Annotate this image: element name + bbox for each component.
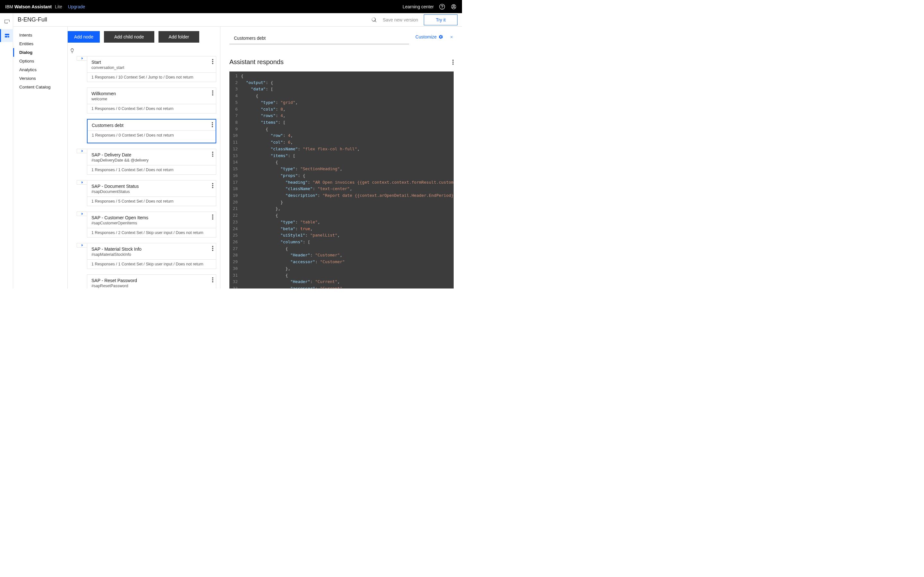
svg-point-7: [212, 90, 213, 92]
learning-center-link[interactable]: Learning center: [403, 4, 434, 9]
node-condition: #sapResetPassword: [91, 284, 206, 288]
node-card[interactable]: SAP - Customer Open Items#sapCustomerOpe…: [87, 211, 216, 237]
node-summary: 1 Responses / 0 Context Set / Does not r…: [87, 131, 216, 140]
svg-rect-3: [8, 36, 9, 37]
svg-point-24: [212, 250, 213, 251]
node-menu-icon[interactable]: [212, 152, 213, 157]
node-card[interactable]: Customers debt1 Responses / 0 Context Se…: [87, 119, 216, 143]
svg-point-28: [452, 60, 454, 61]
subnav-content-catalog[interactable]: Content Catalog: [13, 83, 67, 91]
add-node-button[interactable]: Add node: [68, 31, 100, 43]
node-title: SAP - Delivery Date: [91, 152, 206, 157]
node-menu-icon[interactable]: [212, 90, 213, 95]
node-title: Start: [91, 60, 206, 65]
node-summary: 1 Responses / 2 Context Set / Skip user …: [87, 228, 216, 237]
left-rail: [0, 13, 13, 288]
node-summary: 1 Responses / 1 Context Set / Skip user …: [87, 259, 216, 269]
subnav-versions[interactable]: Versions: [13, 74, 67, 83]
svg-rect-1: [5, 34, 9, 35]
node-menu-icon[interactable]: [212, 214, 213, 219]
svg-point-0: [442, 8, 443, 8]
svg-point-26: [212, 279, 213, 280]
search-icon[interactable]: [371, 17, 377, 23]
svg-point-18: [212, 187, 213, 188]
customize-label: Customize: [415, 34, 437, 39]
node-detail-panel: Customize Assistant responds 1{2 "output…: [220, 27, 462, 288]
node-card[interactable]: SAP - Delivery Date#sapDeliveryDate && @…: [87, 149, 216, 175]
svg-point-17: [212, 185, 213, 186]
expand-toggle[interactable]: [77, 180, 87, 185]
dialog-node[interactable]: SAP - Material Stock Info#sapMaterialSto…: [77, 243, 216, 269]
node-summary: 1 Responses / 5 Context Set / Does not r…: [87, 197, 216, 206]
svg-point-16: [212, 183, 213, 184]
subnav-options[interactable]: Options: [13, 57, 67, 65]
subnav-dialog[interactable]: Dialog: [13, 48, 67, 57]
dialog-node[interactable]: Willkommenwelcome1 Responses / 0 Context…: [77, 87, 216, 113]
svg-point-4: [212, 59, 213, 60]
node-menu-icon[interactable]: [212, 277, 213, 282]
dialog-node[interactable]: SAP - Delivery Date#sapDeliveryDate && @…: [77, 149, 216, 175]
svg-point-10: [212, 122, 213, 123]
rail-skill-icon[interactable]: [0, 29, 13, 42]
node-menu-icon[interactable]: [212, 59, 213, 64]
svg-point-8: [212, 92, 213, 93]
svg-point-21: [212, 218, 213, 219]
node-title: Willkommen: [91, 91, 206, 96]
node-condition: welcome: [91, 97, 206, 101]
subnav-entities[interactable]: Entities: [13, 39, 67, 48]
node-condition: #sapDeliveryDate && @delivery: [91, 158, 206, 163]
add-child-node-button[interactable]: Add child node: [104, 31, 154, 43]
node-menu-icon[interactable]: [212, 122, 213, 127]
subnav-intents[interactable]: Intents: [13, 31, 67, 39]
svg-point-15: [212, 155, 213, 157]
user-avatar-icon[interactable]: [451, 3, 457, 10]
expand-toggle[interactable]: [77, 211, 87, 216]
dialog-node[interactable]: SAP - Reset Password#sapResetPassword: [77, 274, 216, 288]
responds-title: Assistant responds: [229, 58, 452, 66]
dialog-node[interactable]: Customers debt1 Responses / 0 Context Se…: [77, 119, 216, 143]
node-menu-icon[interactable]: [212, 246, 213, 251]
svg-point-25: [212, 277, 213, 279]
help-icon[interactable]: [439, 3, 445, 10]
node-title: SAP - Document Status: [91, 184, 206, 189]
node-menu-icon[interactable]: [212, 183, 213, 188]
node-card[interactable]: Startconversation_start1 Responses / 10 …: [87, 56, 216, 82]
node-condition: #sapDocumentStatus: [91, 189, 206, 194]
dialog-column: Add node Add child node Add folder Start…: [68, 27, 220, 288]
node-card[interactable]: SAP - Reset Password#sapResetPassword: [87, 274, 216, 288]
node-card[interactable]: Willkommenwelcome1 Responses / 0 Context…: [87, 87, 216, 113]
svg-point-30: [452, 63, 454, 65]
node-summary: 1 Responses / 1 Context Set / Does not r…: [87, 165, 216, 174]
node-list[interactable]: Startconversation_start1 Responses / 10 …: [68, 56, 220, 288]
svg-point-13: [212, 152, 213, 153]
svg-point-5: [212, 61, 213, 62]
dialog-node[interactable]: SAP - Document Status#sapDocumentStatus1…: [77, 180, 216, 206]
save-version-link[interactable]: Save new version: [383, 17, 418, 23]
add-folder-button[interactable]: Add folder: [158, 31, 200, 43]
svg-point-11: [212, 124, 213, 125]
upgrade-link[interactable]: Upgrade: [68, 4, 86, 9]
expand-toggle[interactable]: [77, 149, 87, 153]
node-name-input[interactable]: [229, 34, 409, 44]
json-editor[interactable]: 1{2 "output": {3 "data": [4 {5 "type": "…: [229, 71, 454, 288]
svg-point-29: [452, 61, 454, 63]
svg-point-14: [212, 153, 213, 155]
try-it-button[interactable]: Try it: [424, 15, 457, 25]
svg-rect-2: [5, 36, 7, 37]
node-title: SAP - Customer Open Items: [91, 215, 206, 220]
dialog-node[interactable]: Startconversation_start1 Responses / 10 …: [77, 56, 216, 82]
node-card[interactable]: SAP - Document Status#sapDocumentStatus1…: [87, 180, 216, 206]
rail-chat-icon[interactable]: [0, 15, 13, 28]
subnav-analytics[interactable]: Analytics: [13, 65, 67, 74]
close-icon[interactable]: [449, 35, 454, 39]
brand: IBM Watson Assistant Lite: [5, 4, 62, 9]
node-card[interactable]: SAP - Material Stock Info#sapMaterialSto…: [87, 243, 216, 269]
app-header: IBM Watson Assistant Lite Upgrade Learni…: [0, 0, 462, 13]
customize-link[interactable]: Customize: [415, 34, 443, 39]
svg-point-12: [212, 126, 213, 127]
node-condition: #sapMaterialStockInfo: [91, 252, 206, 257]
responds-menu-icon[interactable]: [452, 60, 454, 65]
dialog-node[interactable]: SAP - Customer Open Items#sapCustomerOpe…: [77, 211, 216, 237]
expand-toggle[interactable]: [77, 243, 87, 247]
expand-toggle[interactable]: [77, 56, 87, 61]
